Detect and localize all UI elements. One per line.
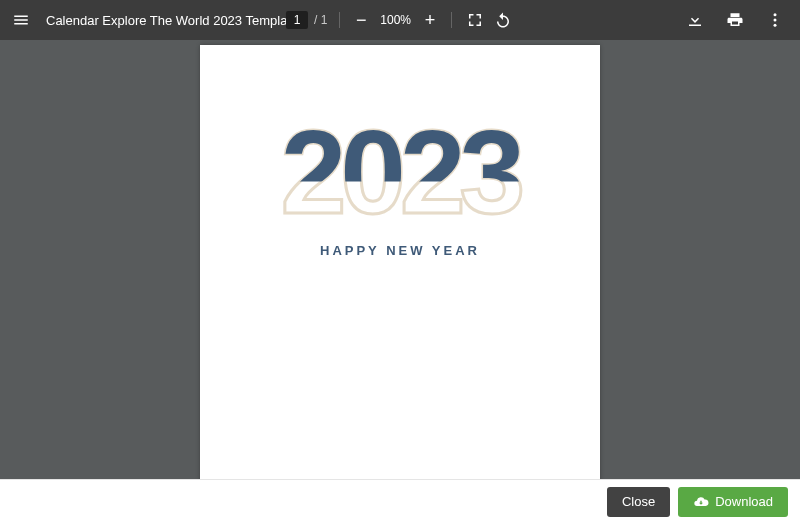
- footer-bar: Close Download: [0, 479, 800, 523]
- svg-point-2: [774, 24, 777, 27]
- zoom-level[interactable]: 100%: [376, 13, 415, 27]
- print-icon[interactable]: [724, 9, 746, 31]
- separator: [339, 12, 340, 28]
- fit-page-icon[interactable]: [464, 9, 486, 31]
- page-number-input[interactable]: [286, 11, 308, 29]
- svg-point-0: [774, 13, 777, 16]
- document-page: 2023 2023 HAPPY NEW YEAR: [200, 45, 600, 479]
- cloud-download-icon: [693, 494, 709, 510]
- download-button-label: Download: [715, 494, 773, 509]
- page-total: / 1: [314, 13, 327, 27]
- svg-point-1: [774, 19, 777, 22]
- subtitle: HAPPY NEW YEAR: [200, 243, 600, 258]
- menu-icon[interactable]: [10, 9, 32, 31]
- pdf-toolbar: Calendar Explore The World 2023 Template…: [0, 0, 800, 40]
- more-icon[interactable]: [764, 9, 786, 31]
- document-title: Calendar Explore The World 2023 Template…: [46, 13, 305, 28]
- download-icon[interactable]: [684, 9, 706, 31]
- close-button[interactable]: Close: [607, 487, 670, 517]
- download-button[interactable]: Download: [678, 487, 788, 517]
- zoom-in-button[interactable]: +: [421, 10, 439, 31]
- zoom-out-button[interactable]: −: [352, 10, 370, 31]
- separator: [451, 12, 452, 28]
- document-viewer[interactable]: 2023 2023 HAPPY NEW YEAR: [0, 40, 800, 479]
- rotate-icon[interactable]: [492, 9, 514, 31]
